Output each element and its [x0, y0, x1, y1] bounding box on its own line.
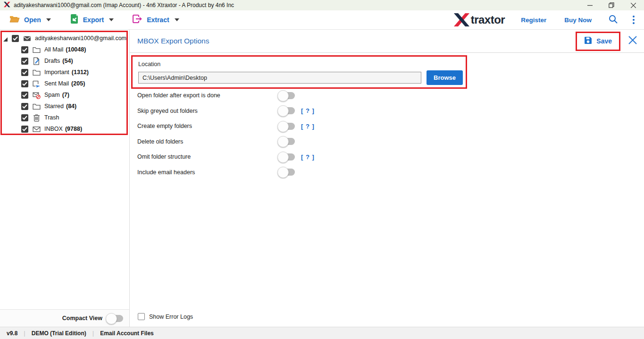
folder-label: Spam — [44, 92, 60, 98]
folder-count: (7) — [62, 92, 69, 98]
sent-mail-icon — [33, 80, 41, 88]
more-options-kebab-icon[interactable] — [631, 15, 636, 25]
minimize-button[interactable] — [579, 0, 601, 10]
help-link[interactable]: [ ? ] — [301, 107, 315, 114]
folder-count: (84) — [66, 103, 76, 110]
extract-arrow-icon — [133, 15, 142, 25]
option-include-email-headers: Include email headers — [137, 165, 420, 180]
folder-count: (205) — [71, 80, 85, 87]
title-bar: adityakesharwani1000@gmail.com (Imap Acc… — [0, 0, 644, 10]
folder-count: (10048) — [66, 46, 86, 53]
folder-checkbox[interactable] — [21, 114, 28, 121]
delete-old-folders-toggle[interactable] — [279, 138, 295, 145]
folder-checkbox[interactable] — [21, 92, 28, 99]
save-button[interactable]: Save — [584, 36, 612, 46]
option-skip-greyed-out-folders: Skip greyed out folders [ ? ] — [137, 103, 420, 119]
folder-checkbox[interactable] — [21, 58, 28, 65]
folder-label: Starred — [44, 103, 64, 110]
separator: | — [92, 330, 94, 337]
tree-item-starred[interactable]: Starred (84) — [0, 101, 129, 112]
buy-now-link[interactable]: Buy Now — [564, 17, 592, 24]
option-label: Delete old folders — [137, 138, 279, 145]
folder-checkbox[interactable] — [21, 46, 28, 53]
toolbar: Open Export Extract — [0, 10, 644, 30]
tree-item-drafts[interactable]: Drafts (54) — [0, 55, 129, 67]
open-caret-icon — [46, 18, 51, 21]
option-delete-old-folders: Delete old folders — [137, 134, 420, 150]
skip-greyed-out-folders-toggle[interactable] — [279, 107, 295, 114]
restore-button[interactable] — [601, 0, 622, 10]
folder-icon — [33, 102, 41, 110]
folder-checkbox[interactable] — [21, 103, 28, 110]
folder-label: Important — [44, 69, 69, 76]
option-omit-folder-structure: Omit folder structure [ ? ] — [137, 149, 420, 165]
tree-item-all-mail[interactable]: All Mail (10048) — [0, 44, 129, 55]
mbox-export-options-panel: MBOX Export Options Save Location — [130, 30, 644, 327]
location-input[interactable] — [138, 72, 421, 84]
help-link[interactable]: [ ? ] — [301, 153, 315, 161]
help-link[interactable]: [ ? ] — [301, 123, 315, 130]
include-email-headers-toggle[interactable] — [279, 169, 295, 176]
folder-label: Drafts — [44, 58, 60, 64]
export-menu-label: Export — [83, 16, 104, 24]
search-icon[interactable] — [609, 15, 618, 25]
annotation-box-save: Save — [576, 32, 620, 51]
folder-label: Trash — [44, 114, 59, 121]
folder-label: Sent Mail — [44, 80, 69, 87]
tree-item-trash[interactable]: Trash — [0, 112, 129, 123]
option-label: Open folder after export is done — [137, 92, 279, 99]
status-bar: v9.8 | DEMO (Trial Edition) | Email Acco… — [0, 327, 644, 339]
tree-item-account[interactable]: adityakesharwani1000@gmail.com — [0, 33, 129, 44]
option-label: Skip greyed out folders — [137, 108, 279, 114]
version-label: v9.8 — [7, 330, 17, 337]
folder-checkbox[interactable] — [21, 126, 28, 133]
account-label: adityakesharwani1000@gmail.com — [35, 35, 126, 42]
window-controls — [579, 0, 644, 10]
expander-icon[interactable] — [3, 36, 8, 41]
account-checkbox[interactable] — [12, 35, 19, 42]
option-open-folder-after-export: Open folder after export is done — [137, 88, 420, 103]
browse-button[interactable]: Browse — [427, 70, 463, 85]
close-window-button[interactable] — [622, 0, 644, 10]
edition-label: DEMO (Trial Edition) — [32, 330, 86, 337]
drafts-icon — [33, 57, 41, 65]
folder-tree-sidebar: adityakesharwani1000@gmail.com All Mail … — [0, 30, 129, 309]
show-error-logs-checkbox[interactable] — [138, 313, 145, 320]
tree-item-inbox[interactable]: INBOX (9788) — [0, 123, 129, 135]
extract-menu-button[interactable]: Extract — [133, 15, 179, 25]
create-empty-folders-toggle[interactable] — [279, 123, 295, 130]
export-file-icon — [70, 14, 79, 25]
spam-icon — [33, 91, 41, 99]
folder-icon — [33, 68, 41, 76]
close-panel-icon[interactable] — [628, 35, 637, 47]
account-mail-icon — [23, 34, 31, 42]
folder-tree: adityakesharwani1000@gmail.com All Mail … — [0, 33, 129, 135]
tree-item-important[interactable]: Important (1312) — [0, 67, 129, 78]
mode-label: Email Account Files — [100, 330, 154, 337]
xtraxtor-logo: traxtor — [454, 13, 505, 26]
tree-item-sent-mail[interactable]: Sent Mail (205) — [0, 78, 129, 89]
compact-view-toggle[interactable] — [108, 315, 123, 322]
folder-count: (9788) — [65, 126, 82, 132]
open-folder-icon — [9, 15, 20, 25]
tree-item-spam[interactable]: Spam (7) — [0, 89, 129, 101]
open-menu-button[interactable]: Open — [9, 15, 51, 25]
folder-label: INBOX — [44, 126, 63, 132]
open-menu-label: Open — [24, 16, 41, 24]
export-menu-button[interactable]: Export — [70, 14, 114, 25]
window-title: adityakesharwani1000@gmail.com (Imap Acc… — [14, 2, 234, 8]
extract-menu-label: Extract — [147, 16, 169, 24]
export-caret-icon — [109, 18, 114, 21]
panel-title: MBOX Export Options — [137, 37, 576, 45]
panel-header: MBOX Export Options Save — [130, 30, 644, 53]
logo-wordmark: traxtor — [471, 13, 505, 26]
trash-icon — [33, 114, 41, 122]
folder-checkbox[interactable] — [21, 69, 28, 76]
open-folder-after-export-toggle[interactable] — [279, 92, 295, 99]
option-create-empty-folders: Create empty folders [ ? ] — [137, 119, 420, 134]
export-options-list: Open folder after export is done Skip gr… — [137, 88, 420, 180]
compact-view-label: Compact View — [62, 315, 102, 322]
folder-checkbox[interactable] — [21, 80, 28, 87]
register-link[interactable]: Register — [521, 17, 546, 24]
omit-folder-structure-toggle[interactable] — [279, 153, 295, 161]
